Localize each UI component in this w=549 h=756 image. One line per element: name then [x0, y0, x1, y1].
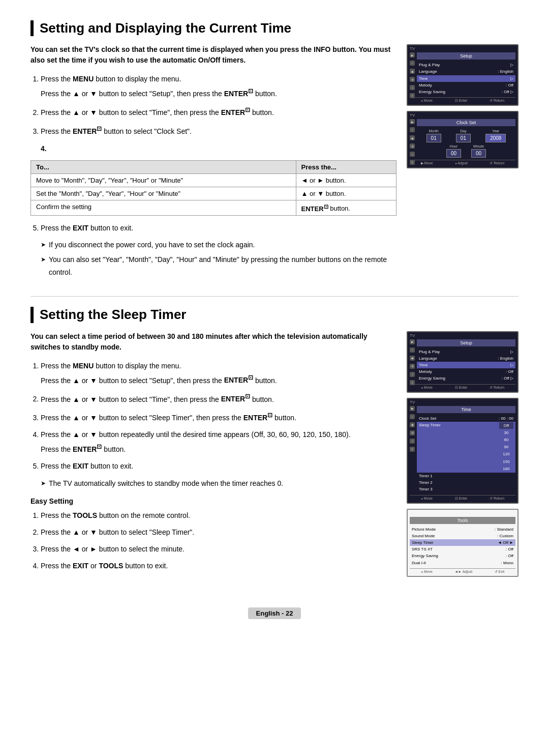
- icon3: ◆: [410, 135, 415, 140]
- table-cell: ◄ or ► button.: [296, 174, 396, 187]
- icon5: ☆: [410, 372, 415, 377]
- s2-step1: Press the MENU button to display the men…: [41, 360, 396, 387]
- menu-row: Energy Saving: Off ▷: [417, 375, 515, 382]
- easy-step3: Press the ◄ or ► button to select the mi…: [41, 543, 396, 556]
- icon6: ≡: [410, 160, 415, 165]
- s2-step3: Press the ▲ or ▼ button to select "Sleep…: [41, 410, 396, 424]
- tv-screen-setup2: TV ▶ ○ ◆ ⚙ ☆ ≡ Setup Plug & Play▷ Langua…: [407, 331, 518, 393]
- menu-row-timer1: Timer 1: [417, 473, 515, 479]
- icon6: ≡: [410, 93, 415, 98]
- s2-step4: Press the ▲ or ▼ button repeatedly until…: [41, 428, 396, 456]
- notes: If you disconnect the power cord, you ha…: [41, 239, 396, 279]
- menu-row: Language: English: [417, 355, 515, 362]
- section1-title: Setting and Displaying the Current Time: [30, 20, 518, 36]
- easy-step1: Press the TOOLS button on the remote con…: [41, 509, 396, 522]
- year-value: 2008: [485, 134, 506, 142]
- icon4: ⚙: [410, 143, 415, 149]
- tools-row-srs: SRS TS XT: Off: [410, 546, 515, 553]
- menu-content2: Setup Plug & Play▷ Language: English Tim…: [417, 339, 515, 382]
- sleep-note: The TV automatically switches to standby…: [41, 477, 396, 490]
- icon1: ▶: [410, 406, 415, 411]
- menu-row: Plug & Play▷: [417, 348, 515, 355]
- menu-row-timer3: Timer 3: [417, 486, 515, 492]
- menu-row-time: Time▷: [417, 75, 515, 82]
- day-label: Day: [456, 129, 471, 133]
- menu-row-sleep: Sleep Timer Off 30 60 90 120 150 180: [417, 422, 515, 473]
- icon5: ☆: [410, 152, 415, 157]
- step1: Press the MENU button to display the men…: [41, 73, 396, 100]
- section-divider: [30, 296, 518, 297]
- note2: You can also set "Year", "Month", "Day",…: [41, 253, 396, 279]
- menu-row: Energy Saving: Off ▷: [417, 89, 515, 95]
- timer-30: 30: [499, 429, 513, 436]
- hour-value: 00: [446, 149, 461, 158]
- bottom-bar3: ⬥ Move⊡ Enter↺ Return: [410, 384, 515, 390]
- tv-screen-tools: Tools Picture Mode: Standard Sound Mode:…: [407, 509, 518, 577]
- section-time: Setting and Displaying the Current Time …: [30, 20, 518, 281]
- icon4: ⚙: [410, 364, 415, 369]
- table-cell: Set the "Month", "Day", "Year", "Hour" o…: [31, 187, 296, 200]
- table-row: Confirm the setting ENTER⊡ button.: [31, 200, 396, 215]
- menu-title-setup: Setup: [417, 52, 515, 60]
- tools-row-dual: Dual I-II: Mono: [410, 560, 515, 566]
- step4-table: To... Press the... Move to "Month", "Day…: [30, 160, 396, 215]
- icon3: ◆: [410, 356, 415, 361]
- menu-title-setup2: Setup: [417, 339, 515, 346]
- side-icons4: ▶ ○ ◆ ⚙ ☆ ≡: [410, 406, 415, 452]
- tv-label4: TV: [410, 400, 415, 404]
- step5: Press the EXIT button to exit.: [41, 222, 396, 235]
- tools-row-picture: Picture Mode: Standard: [410, 526, 515, 533]
- icon4: ⚙: [410, 77, 415, 82]
- icon2: ○: [410, 127, 415, 132]
- minute-value: 00: [471, 149, 486, 158]
- page-footer-wrapper: English - 22: [30, 592, 518, 619]
- section2-screens: TV ▶ ○ ◆ ⚙ ☆ ≡ Setup Plug & Play▷ Langua…: [407, 331, 518, 577]
- tools-row-sound: Sound Mode: Custom: [410, 533, 515, 539]
- menu-row-timer2: Timer 2: [417, 479, 515, 486]
- side-icons3: ▶ ○ ◆ ⚙ ☆ ≡: [410, 339, 415, 385]
- time-menu: Time Clock Set: 00 : 00 Sleep Timer Off …: [417, 406, 515, 493]
- section1-intro: You can set the TV's clock so that the c…: [30, 44, 396, 66]
- icon6: ≡: [410, 380, 415, 385]
- menu-row: Plug & Play▷: [417, 62, 515, 68]
- menu-row-clockset: Clock Set: 00 : 00: [417, 415, 515, 422]
- table-row: Move to "Month", "Day", "Year", "Hour" o…: [31, 174, 396, 187]
- table-cell: Confirm the setting: [31, 200, 296, 215]
- s2-note: The TV automatically switches to standby…: [41, 477, 396, 490]
- icon5: ☆: [410, 439, 415, 444]
- bottom-bar: ⬥ Move⊡ Enter↺ Return: [410, 97, 515, 103]
- clock-content: Clock Set Month 01 Day 01 Year 2008: [417, 119, 515, 158]
- section2-intro: You can select a time period of between …: [30, 331, 396, 353]
- month-label: Month: [426, 129, 441, 133]
- tv-screen-clockset: TV ▶ ○ ◆ ⚙ ☆ ≡ Clock Set Month 01: [407, 111, 518, 168]
- section2-steps: Press the MENU button to display the men…: [30, 360, 396, 573]
- tools-bottom-bar: ⬥ Move◄► Adjust↺ Exit: [410, 568, 515, 574]
- icon3: ◆: [410, 69, 415, 74]
- table-cell: Move to "Month", "Day", "Year", "Hour" o…: [31, 174, 296, 187]
- timer-120: 120: [499, 451, 513, 457]
- step3: Press the ENTER⊡ button to select "Clock…: [41, 123, 396, 138]
- page-footer: English - 22: [248, 607, 301, 619]
- year-label: Year: [485, 129, 506, 133]
- tv-screen-setup1: TV ▶ ○ ◆ ⚙ ☆ ≡ Setup Plug & Play▷ Langua…: [407, 44, 518, 106]
- menu-row: Melody: Off: [417, 368, 515, 375]
- side-icons: ▶ ○ ◆ ⚙ ☆ ≡: [410, 52, 415, 98]
- step2: Press the ▲ or ▼ button to select "Time"…: [41, 104, 396, 119]
- easy-setting-title: Easy Setting: [30, 497, 396, 505]
- minute-label: Minute: [471, 144, 486, 148]
- easy-step4: Press the EXIT or TOOLS button to exit.: [41, 560, 396, 572]
- timer-150: 150: [499, 458, 513, 465]
- icon3: ◆: [410, 422, 415, 427]
- s2-step5: Press the EXIT button to exit.: [41, 460, 396, 473]
- menu-title-clock: Clock Set: [417, 119, 515, 126]
- table-row: Set the "Month", "Day", "Year", "Hour" o…: [31, 187, 396, 200]
- icon2: ○: [410, 414, 415, 419]
- hour-label: Hour: [446, 144, 461, 148]
- s2-step2: Press the ▲ or ▼ button to select "Time"…: [41, 391, 396, 406]
- table-cell: ▲ or ▼ button.: [296, 187, 396, 200]
- tv-label1: TV: [410, 46, 415, 51]
- clock-grid-row2: Hour 00 Minute 00: [419, 144, 513, 158]
- menu-title-time: Time: [417, 406, 515, 413]
- day-value: 01: [456, 134, 471, 142]
- menu-row-time2: Time▷: [417, 362, 515, 368]
